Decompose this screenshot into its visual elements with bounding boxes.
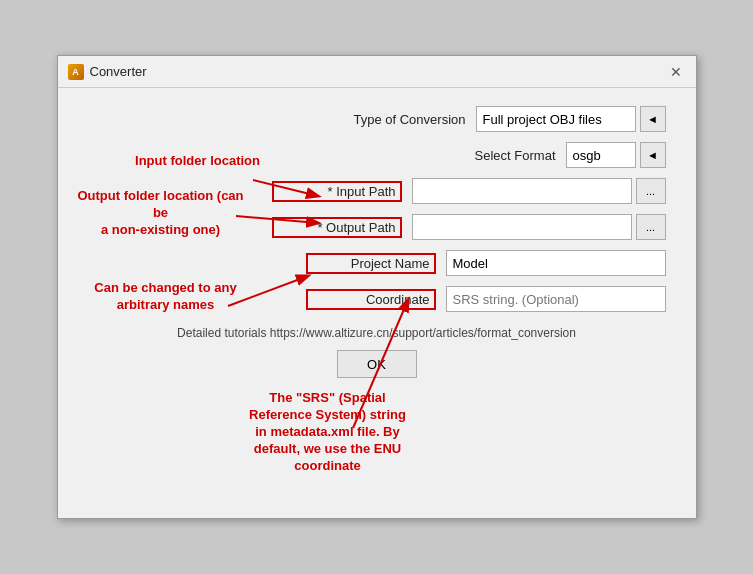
- format-dropdown[interactable]: osgb: [566, 142, 636, 168]
- format-control: osgb ◄: [566, 142, 666, 168]
- project-name-row: Project Name: [88, 250, 666, 276]
- conversion-type-icon-btn[interactable]: ◄: [640, 106, 666, 132]
- conversion-type-control: Full project OBJ files ◄: [476, 106, 666, 132]
- app-icon: A: [68, 64, 84, 80]
- project-name-field[interactable]: [446, 250, 666, 276]
- project-name-control: [446, 250, 666, 276]
- form-content: Input folder location Output folder loca…: [58, 88, 696, 518]
- conversion-type-row: Type of Conversion Full project OBJ file…: [88, 106, 666, 132]
- conversion-type-dropdown[interactable]: Full project OBJ files: [476, 106, 636, 132]
- footer-text: Detailed tutorials https://www.altizure.…: [88, 326, 666, 340]
- title-bar-left: A Converter: [68, 64, 147, 80]
- output-path-control: ...: [412, 214, 666, 240]
- format-label: Select Format: [426, 148, 556, 163]
- title-bar: A Converter ✕: [58, 56, 696, 88]
- input-path-field[interactable]: [412, 178, 632, 204]
- annotation-input-folder: Input folder location: [118, 153, 278, 170]
- coordinate-control: [446, 286, 666, 312]
- annotation-srs: The "SRS" (SpatialReference System) stri…: [243, 390, 413, 474]
- output-path-label: * Output Path: [272, 217, 402, 238]
- coordinate-label: Coordinate: [306, 289, 436, 310]
- input-path-label: * Input Path: [272, 181, 402, 202]
- output-path-field[interactable]: [412, 214, 632, 240]
- close-button[interactable]: ✕: [666, 62, 686, 82]
- conversion-type-label: Type of Conversion: [336, 112, 466, 127]
- input-browse-btn[interactable]: ...: [636, 178, 666, 204]
- project-name-label: Project Name: [306, 253, 436, 274]
- annotation-output-folder: Output folder location (can bea non-exis…: [76, 188, 246, 239]
- output-browse-btn[interactable]: ...: [636, 214, 666, 240]
- input-path-control: ...: [412, 178, 666, 204]
- ok-button[interactable]: OK: [337, 350, 417, 378]
- window-title: Converter: [90, 64, 147, 79]
- format-icon-btn[interactable]: ◄: [640, 142, 666, 168]
- coordinate-field[interactable]: [446, 286, 666, 312]
- converter-window: A Converter ✕ Input folder location: [57, 55, 697, 519]
- annotation-arbitrary-names: Can be changed to anyarbitrary names: [86, 280, 246, 314]
